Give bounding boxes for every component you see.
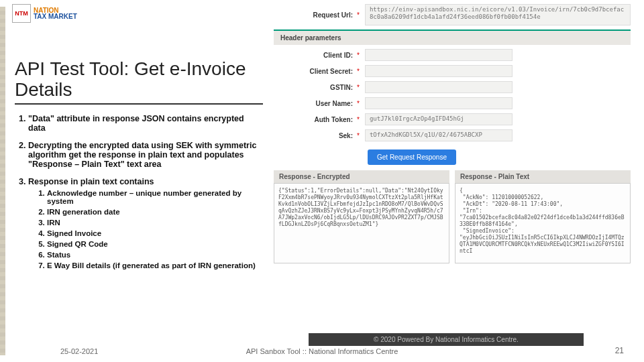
copyright-bar: © 2020 Powered By National Informatics C…: [309, 333, 584, 346]
response-plain-header: Response - Plain Text: [455, 170, 631, 183]
row-username: User Name: *: [274, 97, 631, 109]
slide-text-column: API Test Tool: Get e-Invoice Details "Da…: [15, 59, 263, 278]
sub-5: Signed QR Code: [47, 240, 263, 248]
response-encrypted-header: Response - Encrypted: [274, 170, 449, 183]
input-client-secret[interactable]: [365, 65, 513, 77]
label-gstin: GSTIN:: [274, 84, 357, 91]
sub-6: Status: [47, 251, 263, 259]
label-request-url: Request Url:: [274, 11, 357, 19]
label-auth-token: Auth Token:: [274, 116, 357, 123]
input-username[interactable]: [365, 97, 513, 109]
input-client-id[interactable]: [365, 49, 513, 61]
label-username: User Name:: [274, 100, 357, 107]
sub-3: IRN: [47, 219, 263, 227]
footer-page-number: 21: [615, 346, 624, 355]
input-gstin[interactable]: [365, 81, 513, 93]
point-2: Decrypting the encrypted data using SEK …: [28, 141, 263, 169]
row-request-url: Request Url: * https://einv-apisandbox.n…: [274, 4, 631, 25]
label-client-id: Client ID:: [274, 52, 357, 59]
required-marker: *: [357, 84, 360, 91]
label-client-secret: Client Secret:: [274, 68, 357, 75]
required-marker: *: [357, 132, 360, 139]
required-marker: *: [357, 116, 360, 123]
api-test-panel: Request Url: * https://einv-apisandbox.n…: [274, 0, 631, 335]
row-client-secret: Client Secret: *: [274, 65, 631, 77]
required-marker: *: [357, 100, 360, 107]
response-plain-box: Response - Plain Text { "AckNo": 1120100…: [455, 170, 631, 263]
response-plain-body[interactable]: { "AckNo": 112010000052622, "AckDt": "20…: [455, 183, 631, 263]
sub-list: Acknowledge number – unique number gener…: [28, 189, 263, 269]
point-3: Response in plain text contains Acknowle…: [28, 177, 263, 269]
sub-2: IRN generation date: [47, 208, 263, 216]
main-list: "Data" attribute in response JSON contai…: [15, 114, 263, 269]
footer-center: API Sanbox Tool :: National Informatics …: [0, 347, 644, 355]
row-auth-token: Auth Token: * gutJ7kl0IrgcAzOp4gIFD45hGj: [274, 113, 631, 125]
header-parameters-bar: Header parameters: [274, 29, 631, 45]
input-auth-token[interactable]: gutJ7kl0IrgcAzOp4gIFD45hGj: [365, 113, 513, 125]
row-client-id: Client ID: *: [274, 49, 631, 61]
response-row: Response - Encrypted {"Status":1,"ErrorD…: [274, 170, 631, 263]
label-sek: Sek:: [274, 132, 357, 139]
input-sek[interactable]: tOfxA2hdKGDl5X/q1U/02/4675ABCXP: [365, 129, 513, 141]
response-encrypted-body[interactable]: {"Status":1,"ErrorDetails":null,"Data":"…: [274, 183, 449, 263]
sub-1: Acknowledge number – unique number gener…: [47, 189, 263, 205]
row-sek: Sek: * tOfxA2hdKGDl5X/q1U/02/4675ABCXP: [274, 129, 631, 141]
slide-left-border: [0, 7, 5, 355]
input-request-url[interactable]: https://einv-apisandbox.nic.in/eicore/v1…: [365, 4, 631, 25]
point-1: "Data" attribute in response JSON contai…: [28, 114, 263, 133]
sub-7: E Way Bill details (if generated as part…: [47, 261, 263, 269]
ntm-icon: NTM: [12, 4, 31, 23]
response-encrypted-box: Response - Encrypted {"Status":1,"ErrorD…: [274, 170, 449, 263]
ntm-text: NATION TAX MARKET: [34, 7, 77, 20]
required-marker: *: [357, 68, 360, 75]
get-request-response-button[interactable]: Get Request Response: [368, 149, 456, 165]
row-gstin: GSTIN: *: [274, 81, 631, 93]
sub-4: Signed Invoice: [47, 229, 263, 237]
required-marker: *: [357, 52, 360, 59]
logo-national-tax-market: NTM NATION TAX MARKET: [12, 4, 77, 23]
slide-title: API Test Tool: Get e-Invoice Details: [15, 59, 263, 105]
required-marker: *: [357, 11, 360, 19]
